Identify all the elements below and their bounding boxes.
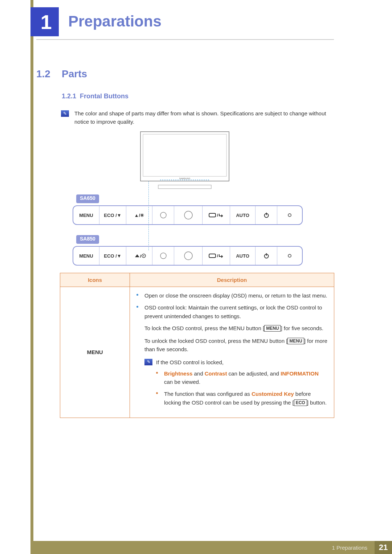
btn-up-sensor: / — [126, 247, 152, 265]
menu-button-label: MENU — [287, 338, 304, 344]
note-icon: ✎ — [144, 359, 152, 365]
footer-text: 1 Preparations — [332, 545, 367, 551]
svg-point-6 — [184, 211, 192, 219]
button-panel-sa650: MENU ECO /▼ ▲/✳ / AUTO — [73, 205, 303, 225]
subsection-number: 1.2.1 — [62, 93, 76, 100]
note-lead: If the OSD control is locked, — [156, 358, 327, 366]
btn-power — [256, 247, 277, 265]
th-icons: Icons — [60, 273, 130, 287]
icons-description-table: Icons Description MENU Open or close the… — [60, 273, 334, 418]
btn-blank-1 — [152, 247, 174, 265]
btn-power — [256, 206, 277, 224]
btn-auto: AUTO — [230, 206, 256, 224]
subsection-heading: 1.2.1 Frontal Buttons — [62, 93, 128, 100]
note-bullet-2: The function that was configured as Cust… — [156, 390, 327, 407]
svg-rect-18 — [209, 254, 216, 258]
monitor-illustration: SAMSUNG — [140, 131, 229, 192]
svg-marker-12 — [135, 254, 139, 257]
led-indicator — [277, 206, 302, 224]
eco-button-label: ECO — [294, 399, 307, 406]
svg-point-11 — [288, 214, 291, 217]
svg-text:/: / — [217, 213, 218, 217]
note-icon: ✎ — [61, 110, 69, 117]
svg-point-16 — [160, 253, 166, 259]
desc-bullet-1: Open or close the onscreen display (OSD)… — [136, 291, 327, 300]
btn-eco-down: ECO /▼ — [99, 206, 126, 224]
btn-menu: MENU — [73, 206, 99, 224]
btn-source-enter: / — [203, 206, 230, 224]
svg-text:/: / — [140, 254, 141, 258]
svg-text:SAMSUNG: SAMSUNG — [179, 177, 191, 180]
page-footer: 1 Preparations 21 — [30, 541, 392, 554]
svg-rect-1 — [143, 134, 226, 176]
desc-para-lock: To lock the OSD control, press the MENU … — [144, 324, 327, 332]
svg-point-15 — [143, 255, 144, 257]
btn-blank-2 — [174, 206, 203, 224]
led-indicator — [277, 247, 302, 265]
btn-source-enter: / — [203, 247, 230, 265]
panel-label-sa650: SA650 — [76, 194, 99, 203]
svg-point-5 — [160, 212, 166, 218]
chapter-number-box: 1 — [33, 7, 59, 36]
button-panel-sa850: MENU ECO /▼ / / AUTO — [73, 246, 303, 266]
th-description: Description — [130, 273, 334, 287]
btn-eco-down: ECO /▼ — [99, 247, 126, 265]
btn-up-brightness: ▲/✳ — [126, 206, 152, 224]
svg-point-17 — [184, 252, 192, 260]
btn-auto: AUTO — [230, 247, 256, 265]
section-title: Parts — [62, 68, 87, 80]
note-text: The color and shape of parts may differ … — [74, 110, 328, 126]
svg-rect-2 — [158, 185, 211, 189]
panel-label-sa850: SA850 — [76, 235, 99, 244]
menu-button-label: MENU — [264, 325, 281, 332]
svg-point-22 — [288, 254, 291, 257]
btn-blank-1 — [152, 206, 174, 224]
svg-text:/: / — [217, 254, 218, 258]
footer-page-number: 21 — [375, 541, 392, 554]
svg-rect-7 — [209, 213, 216, 217]
row-desc-menu: Open or close the onscreen display (OSD)… — [130, 287, 334, 418]
desc-bullet-2: OSD control lock: Maintain the current s… — [136, 303, 327, 320]
btn-blank-2 — [174, 247, 203, 265]
row-icon-menu: MENU — [60, 287, 130, 418]
note-bullet-1: Brightness and Contrast can be adjusted,… — [156, 369, 327, 386]
chapter-title: Preparations — [68, 13, 162, 30]
header-rule — [36, 39, 334, 40]
left-stripe — [30, 0, 33, 554]
desc-para-unlock: To unlock the locked OSD control, press … — [144, 337, 327, 354]
btn-menu: MENU — [73, 247, 99, 265]
left-stripe-accent — [30, 7, 33, 36]
section-number: 1.2 — [36, 68, 50, 80]
subsection-title: Frontal Buttons — [80, 93, 128, 100]
